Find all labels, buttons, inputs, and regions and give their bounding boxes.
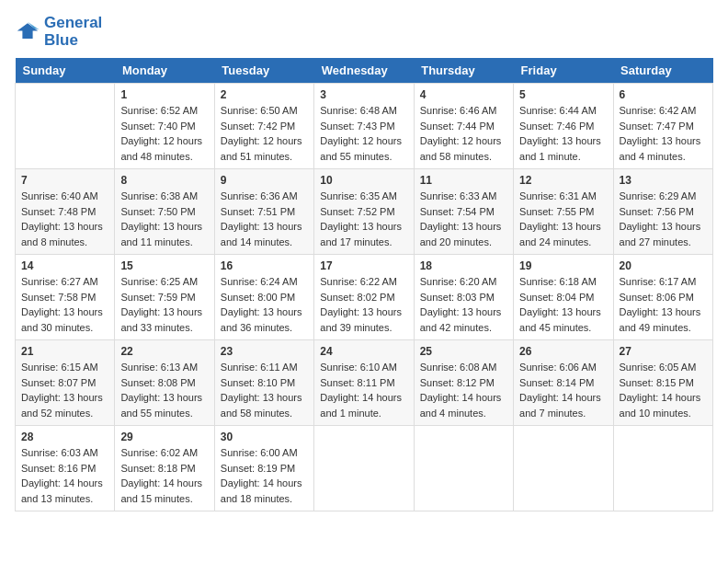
day-number: 3 [320, 88, 407, 101]
header-wednesday: Wednesday [314, 58, 414, 84]
calendar-header-row: SundayMondayTuesdayWednesdayThursdayFrid… [16, 58, 713, 84]
calendar-cell: 12Sunrise: 6:31 AMSunset: 7:55 PMDayligh… [514, 169, 613, 255]
calendar-cell: 21Sunrise: 6:15 AMSunset: 8:07 PMDayligh… [16, 340, 115, 426]
day-number: 26 [519, 345, 607, 358]
cell-daylight-info: Sunrise: 6:13 AMSunset: 8:08 PMDaylight:… [120, 360, 208, 420]
cell-daylight-info: Sunrise: 6:17 AMSunset: 8:06 PMDaylight:… [620, 274, 707, 335]
day-number: 9 [221, 174, 308, 187]
day-number: 19 [519, 259, 607, 272]
day-number: 1 [120, 88, 208, 101]
cell-daylight-info: Sunrise: 6:08 AMSunset: 8:12 PMDaylight:… [420, 360, 507, 420]
calendar-cell: 24Sunrise: 6:10 AMSunset: 8:11 PMDayligh… [314, 340, 414, 426]
day-number: 4 [420, 88, 507, 101]
calendar-cell: 7Sunrise: 6:40 AMSunset: 7:48 PMDaylight… [16, 169, 115, 255]
day-number: 16 [221, 259, 308, 272]
calendar-cell [414, 426, 513, 511]
cell-daylight-info: Sunrise: 6:11 AMSunset: 8:10 PMDaylight:… [221, 360, 308, 420]
calendar-table: SundayMondayTuesdayWednesdayThursdayFrid… [15, 58, 713, 511]
day-number: 27 [620, 345, 707, 358]
cell-daylight-info: Sunrise: 6:33 AMSunset: 7:54 PMDaylight:… [420, 189, 507, 249]
cell-daylight-info: Sunrise: 6:20 AMSunset: 8:03 PMDaylight:… [420, 274, 507, 335]
day-number: 11 [420, 174, 507, 187]
svg-marker-0 [17, 23, 38, 39]
week-row-1: 1Sunrise: 6:52 AMSunset: 7:40 PMDaylight… [16, 84, 713, 169]
cell-daylight-info: Sunrise: 6:46 AMSunset: 7:44 PMDaylight:… [420, 103, 507, 164]
calendar-cell: 23Sunrise: 6:11 AMSunset: 8:10 PMDayligh… [214, 340, 313, 426]
calendar-cell: 18Sunrise: 6:20 AMSunset: 8:03 PMDayligh… [414, 255, 513, 340]
day-number: 20 [620, 259, 707, 272]
calendar-cell: 8Sunrise: 6:38 AMSunset: 7:50 PMDaylight… [115, 169, 214, 255]
calendar-cell: 2Sunrise: 6:50 AMSunset: 7:42 PMDaylight… [214, 84, 313, 169]
header-thursday: Thursday [414, 58, 513, 84]
cell-daylight-info: Sunrise: 6:06 AMSunset: 8:14 PMDaylight:… [519, 360, 607, 420]
day-number: 28 [21, 431, 108, 443]
calendar-cell: 26Sunrise: 6:06 AMSunset: 8:14 PMDayligh… [514, 340, 613, 426]
day-number: 14 [21, 259, 108, 272]
cell-daylight-info: Sunrise: 6:31 AMSunset: 7:55 PMDaylight:… [519, 189, 607, 249]
cell-daylight-info: Sunrise: 6:22 AMSunset: 8:02 PMDaylight:… [320, 274, 407, 335]
cell-daylight-info: Sunrise: 6:40 AMSunset: 7:48 PMDaylight:… [21, 189, 108, 249]
calendar-cell [613, 426, 712, 511]
day-number: 12 [519, 174, 607, 187]
day-number: 22 [120, 345, 208, 358]
day-number: 10 [320, 174, 407, 187]
header-saturday: Saturday [613, 58, 712, 84]
calendar-cell [514, 426, 613, 511]
calendar-cell: 13Sunrise: 6:29 AMSunset: 7:56 PMDayligh… [613, 169, 712, 255]
day-number: 25 [420, 345, 507, 358]
cell-daylight-info: Sunrise: 6:10 AMSunset: 8:11 PMDaylight:… [320, 360, 407, 420]
cell-daylight-info: Sunrise: 6:18 AMSunset: 8:04 PMDaylight:… [519, 274, 607, 335]
day-number: 17 [320, 259, 407, 272]
calendar-cell: 6Sunrise: 6:42 AMSunset: 7:47 PMDaylight… [613, 84, 712, 169]
cell-daylight-info: Sunrise: 6:52 AMSunset: 7:40 PMDaylight:… [120, 103, 208, 164]
day-number: 24 [320, 345, 407, 358]
week-row-5: 28Sunrise: 6:03 AMSunset: 8:16 PMDayligh… [16, 426, 713, 511]
header-friday: Friday [514, 58, 613, 84]
day-number: 7 [21, 174, 108, 187]
cell-daylight-info: Sunrise: 6:25 AMSunset: 7:59 PMDaylight:… [120, 274, 208, 335]
header-sunday: Sunday [16, 58, 115, 84]
day-number: 23 [221, 345, 308, 358]
calendar-cell: 9Sunrise: 6:36 AMSunset: 7:51 PMDaylight… [214, 169, 313, 255]
cell-daylight-info: Sunrise: 6:36 AMSunset: 7:51 PMDaylight:… [221, 189, 308, 249]
cell-daylight-info: Sunrise: 6:02 AMSunset: 8:18 PMDaylight:… [120, 445, 208, 506]
calendar-cell: 3Sunrise: 6:48 AMSunset: 7:43 PMDaylight… [314, 84, 414, 169]
day-number: 8 [120, 174, 208, 187]
day-number: 18 [420, 259, 507, 272]
day-number: 30 [221, 431, 308, 443]
calendar-cell: 19Sunrise: 6:18 AMSunset: 8:04 PMDayligh… [514, 255, 613, 340]
day-number: 29 [120, 431, 208, 443]
day-number: 2 [221, 88, 308, 101]
calendar-cell: 25Sunrise: 6:08 AMSunset: 8:12 PMDayligh… [414, 340, 513, 426]
calendar-cell: 16Sunrise: 6:24 AMSunset: 8:00 PMDayligh… [214, 255, 313, 340]
cell-daylight-info: Sunrise: 6:38 AMSunset: 7:50 PMDaylight:… [120, 189, 208, 249]
calendar-cell: 14Sunrise: 6:27 AMSunset: 7:58 PMDayligh… [16, 255, 115, 340]
cell-daylight-info: Sunrise: 6:44 AMSunset: 7:46 PMDaylight:… [519, 103, 607, 164]
header-monday: Monday [115, 58, 214, 84]
calendar-cell: 15Sunrise: 6:25 AMSunset: 7:59 PMDayligh… [115, 255, 214, 340]
cell-daylight-info: Sunrise: 6:05 AMSunset: 8:15 PMDaylight:… [620, 360, 707, 420]
calendar-cell: 20Sunrise: 6:17 AMSunset: 8:06 PMDayligh… [613, 255, 712, 340]
week-row-4: 21Sunrise: 6:15 AMSunset: 8:07 PMDayligh… [16, 340, 713, 426]
header-tuesday: Tuesday [214, 58, 313, 84]
day-number: 6 [620, 88, 707, 101]
calendar-cell: 1Sunrise: 6:52 AMSunset: 7:40 PMDaylight… [115, 84, 214, 169]
calendar-cell: 17Sunrise: 6:22 AMSunset: 8:02 PMDayligh… [314, 255, 414, 340]
week-row-2: 7Sunrise: 6:40 AMSunset: 7:48 PMDaylight… [16, 169, 713, 255]
cell-daylight-info: Sunrise: 6:27 AMSunset: 7:58 PMDaylight:… [21, 274, 108, 335]
calendar-cell: 29Sunrise: 6:02 AMSunset: 8:18 PMDayligh… [115, 426, 214, 511]
logo: General Blue [15, 15, 102, 49]
day-number: 15 [120, 259, 208, 272]
week-row-3: 14Sunrise: 6:27 AMSunset: 7:58 PMDayligh… [16, 255, 713, 340]
cell-daylight-info: Sunrise: 6:29 AMSunset: 7:56 PMDaylight:… [620, 189, 707, 249]
calendar-cell [314, 426, 414, 511]
calendar-cell: 30Sunrise: 6:00 AMSunset: 8:19 PMDayligh… [214, 426, 313, 511]
calendar-cell: 5Sunrise: 6:44 AMSunset: 7:46 PMDaylight… [514, 84, 613, 169]
cell-daylight-info: Sunrise: 6:42 AMSunset: 7:47 PMDaylight:… [620, 103, 707, 164]
cell-daylight-info: Sunrise: 6:48 AMSunset: 7:43 PMDaylight:… [320, 103, 407, 164]
cell-daylight-info: Sunrise: 6:35 AMSunset: 7:52 PMDaylight:… [320, 189, 407, 249]
calendar-cell: 27Sunrise: 6:05 AMSunset: 8:15 PMDayligh… [613, 340, 712, 426]
calendar-cell: 10Sunrise: 6:35 AMSunset: 7:52 PMDayligh… [314, 169, 414, 255]
cell-daylight-info: Sunrise: 6:03 AMSunset: 8:16 PMDaylight:… [21, 445, 108, 506]
calendar-cell [16, 84, 115, 169]
